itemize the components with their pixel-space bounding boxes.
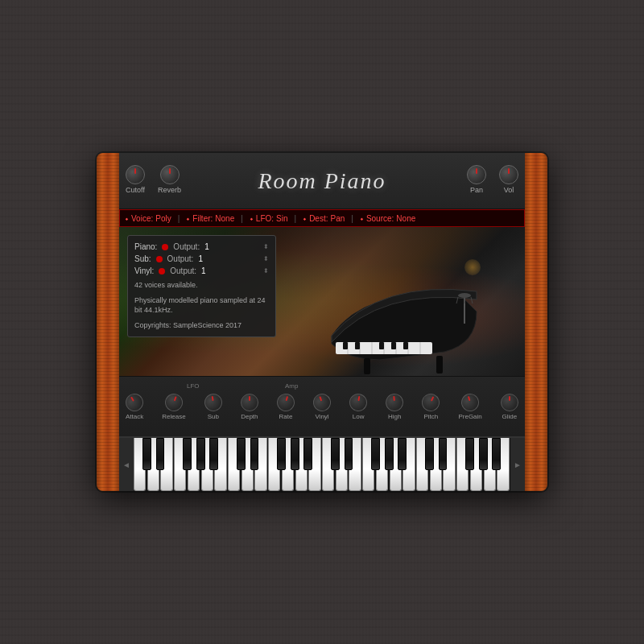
sub-row: Sub: Output: 1 ⬍ <box>134 254 269 263</box>
vinyl-knob-label: Vinyl <box>315 413 328 420</box>
piano-row: Piano: Output: 1 ⬍ <box>134 242 269 251</box>
black-key[interactable] <box>196 438 205 470</box>
pregain-label: PreGain <box>458 413 481 420</box>
high-group: High <box>386 394 403 420</box>
black-key[interactable] <box>465 438 474 470</box>
high-knob[interactable] <box>385 393 404 412</box>
sub-led <box>156 256 163 262</box>
pan-label: Pan <box>470 186 483 194</box>
reverb-label: Reverb <box>158 186 181 194</box>
pregain-knob[interactable] <box>460 392 481 414</box>
rate-group: Rate <box>277 394 295 420</box>
plugin-container: Cutoff Reverb Room Piano Pan Vol <box>97 153 547 491</box>
keyboard-left-arrow[interactable]: ◄ <box>119 438 134 491</box>
depth-knob[interactable] <box>241 394 258 411</box>
lfo-dropdown[interactable]: ⬥ LFO: Sin <box>250 214 288 223</box>
low-knob[interactable] <box>348 392 368 412</box>
release-knob[interactable] <box>163 391 185 414</box>
black-key[interactable] <box>156 438 165 470</box>
vinyl-output-label: Output: <box>170 266 196 275</box>
vinyl-knob[interactable] <box>311 391 333 414</box>
pitch-knob[interactable] <box>419 390 443 414</box>
keys-container <box>134 438 510 491</box>
black-key[interactable] <box>492 438 501 470</box>
pregain-group: PreGain <box>458 394 481 420</box>
filter-value: None <box>215 214 234 223</box>
black-key[interactable] <box>303 438 312 470</box>
wood-panel-left <box>97 153 119 491</box>
rate-label: Rate <box>279 413 293 420</box>
black-key[interactable] <box>439 438 448 470</box>
svg-rect-14 <box>403 342 408 349</box>
header-knobs-left: Cutoff Reverb <box>126 165 181 197</box>
pitch-group: Pitch <box>422 394 440 420</box>
piano-led <box>162 244 168 250</box>
piano-output-value: 1 <box>204 242 209 251</box>
black-key[interactable] <box>209 438 218 470</box>
svg-rect-13 <box>391 342 396 349</box>
svg-rect-10 <box>343 342 348 349</box>
black-key[interactable] <box>345 438 353 470</box>
depth-group: Depth <box>241 394 258 420</box>
sub-knob[interactable] <box>203 392 223 412</box>
black-key[interactable] <box>331 438 340 470</box>
dest-arrow: ⬥ <box>303 215 307 222</box>
info-popup: Piano: Output: 1 ⬍ Sub: Output: 1 ⬍ Viny… <box>127 235 276 337</box>
vinyl-knob-group: Vinyl <box>313 394 331 420</box>
attack-knob[interactable] <box>122 390 147 415</box>
filter-dropdown[interactable]: ⬥ Filter: None <box>186 214 234 223</box>
filter-label: Filter: <box>192 214 213 223</box>
vinyl-row: Vinyl: Output: 1 ⬍ <box>134 266 269 275</box>
voice-dropdown[interactable]: ⬥ Voice: Poly <box>125 214 171 223</box>
pitch-label: Pitch <box>423 413 438 420</box>
black-key[interactable] <box>142 438 151 470</box>
black-key[interactable] <box>385 438 394 470</box>
sep3: | <box>295 214 297 223</box>
sub-row-label: Sub: <box>134 254 151 263</box>
sep2: | <box>241 214 243 223</box>
header: Cutoff Reverb Room Piano Pan Vol <box>119 153 525 209</box>
lfo-section-label: LFO <box>187 382 200 390</box>
black-key[interactable] <box>398 438 407 470</box>
keyboard-right-arrow[interactable]: ► <box>510 438 525 491</box>
black-key[interactable] <box>425 438 434 470</box>
svg-rect-11 <box>355 342 360 349</box>
copyright-text: Copyrights: SampleScience 2017 <box>134 320 269 331</box>
vinyl-led <box>159 268 165 275</box>
vol-knob[interactable] <box>499 165 518 184</box>
black-key[interactable] <box>250 438 259 470</box>
keyboard-section: ◄ ► <box>119 436 525 491</box>
sub-output-label: Output: <box>167 254 194 263</box>
source-dropdown[interactable]: ⬥ Source: None <box>360 214 415 223</box>
source-label: Source: <box>366 214 394 223</box>
piano-spinner[interactable]: ⬍ <box>263 243 269 250</box>
black-key[interactable] <box>479 438 488 470</box>
lfo-arrow: ⬥ <box>250 215 254 222</box>
vol-label: Vol <box>504 186 514 194</box>
keyboard-wrapper: ◄ ► <box>119 438 525 491</box>
black-key[interactable] <box>371 438 380 470</box>
release-label: Release <box>162 413 185 420</box>
black-key[interactable] <box>291 438 299 470</box>
cutoff-knob[interactable] <box>126 165 145 184</box>
reverb-knob[interactable] <box>160 165 180 184</box>
pan-knob[interactable] <box>467 165 486 184</box>
pan-knob-group: Pan <box>467 165 486 194</box>
rate-knob[interactable] <box>275 392 296 414</box>
black-key[interactable] <box>277 438 286 470</box>
piano-output-label: Output: <box>173 242 200 251</box>
glide-knob[interactable] <box>501 394 518 411</box>
black-key[interactable] <box>237 438 246 470</box>
sub-label: Sub <box>208 413 219 420</box>
sub-spinner[interactable]: ⬍ <box>263 255 269 262</box>
header-knobs-right: Pan Vol <box>467 165 518 197</box>
vinyl-spinner[interactable]: ⬍ <box>263 267 269 275</box>
svg-rect-12 <box>379 342 384 349</box>
depth-label: Depth <box>241 413 258 420</box>
attack-group: Attack <box>126 394 143 420</box>
controls-header: LFO Amp <box>124 380 520 391</box>
dest-dropdown[interactable]: ⬥ Dest: Pan <box>303 214 345 223</box>
source-value: None <box>396 214 415 223</box>
black-key[interactable] <box>183 438 192 470</box>
bottom-knobs-row: Attack Release Sub Depth Rate <box>124 394 520 420</box>
